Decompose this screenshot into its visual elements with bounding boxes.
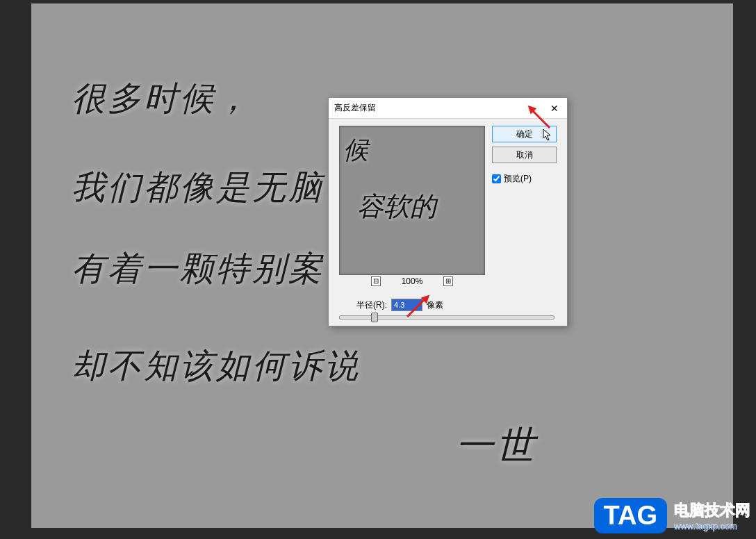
handwriting-line-2: 我们都像是无脑: [72, 165, 324, 210]
preview-checkbox-label[interactable]: 预览(P): [492, 173, 557, 185]
handwriting-line-3: 有着一颗特别案: [72, 247, 324, 291]
close-icon[interactable]: ✕: [548, 101, 561, 115]
radius-label: 半径(R):: [356, 299, 387, 311]
zoom-level: 100%: [402, 276, 423, 286]
preview-checkbox-text: 预览(P): [504, 173, 532, 185]
cursor-icon: [543, 128, 554, 142]
zoom-out-icon[interactable]: ⊟: [371, 276, 381, 286]
preview-text-2: 容软的: [357, 189, 436, 224]
watermark-url: www.tagxp.com: [674, 521, 750, 531]
zoom-controls: ⊟ 100% ⊞: [339, 276, 485, 286]
radius-unit: 像素: [427, 299, 443, 311]
dialog-title: 高反差保留: [334, 102, 376, 114]
cancel-button[interactable]: 取消: [492, 147, 557, 163]
radius-slider-thumb[interactable]: [371, 313, 378, 322]
watermark-badge: TAG: [594, 498, 667, 533]
watermark: TAG 电脑技术网 www.tagxp.com: [594, 498, 750, 533]
watermark-name: 电脑技术网: [674, 500, 750, 521]
dialog-preview[interactable]: 候 容软的: [339, 126, 485, 275]
preview-text-1: 候: [343, 133, 368, 167]
high-pass-dialog: 高反差保留 ✕ 候 容软的 ⊟ 100% ⊞ 确定 取消 预览(P) 半径(R)…: [328, 97, 568, 326]
radius-slider[interactable]: [339, 315, 554, 320]
handwriting-signature: 一世: [455, 420, 537, 472]
handwriting-line-4: 却不知该如何诉说: [72, 344, 361, 388]
handwriting-line-1: 很多时候，: [72, 76, 252, 121]
zoom-in-icon[interactable]: ⊞: [443, 276, 453, 286]
preview-checkbox[interactable]: [492, 174, 501, 183]
